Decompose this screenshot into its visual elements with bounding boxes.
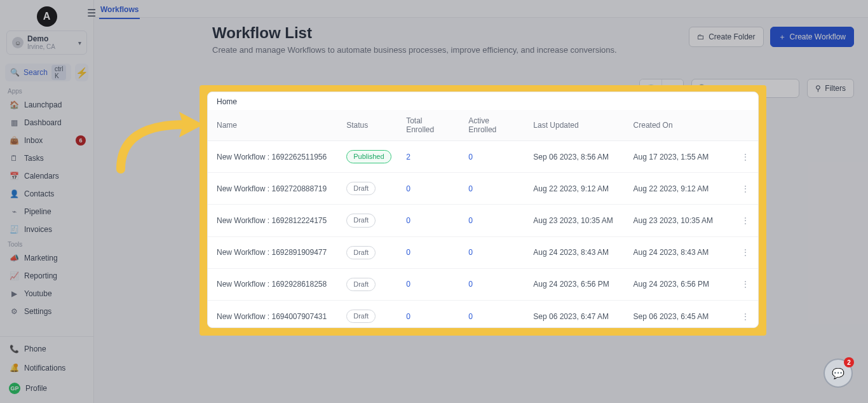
page-subtitle: Create and manage Workflows to automate … <box>212 44 617 56</box>
col-status[interactable]: Status <box>337 110 397 141</box>
org-avatar[interactable]: A <box>37 6 57 27</box>
cell-total-enrolled[interactable]: 0 <box>397 268 459 300</box>
sidebar-item-tasks[interactable]: 🗒Tasks <box>0 149 93 167</box>
sidebar-item-calendars[interactable]: 📅Calendars <box>0 167 93 185</box>
sidebar-item-contacts[interactable]: 👤Contacts <box>0 185 93 203</box>
cell-total-enrolled[interactable]: 0 <box>397 300 459 328</box>
sidebar-item-launchpad[interactable]: 🏠Launchpad <box>0 96 93 114</box>
sidebar-item-inbox[interactable]: 👜Inbox6 <box>0 132 93 149</box>
tab-workflows[interactable]: Workflows <box>99 3 140 17</box>
table-row[interactable]: New Workflow : 1692891909477Draft00Aug 2… <box>208 236 758 268</box>
create-workflow-button[interactable]: ＋ Create Workflow <box>770 27 854 47</box>
sidebar-item-label: Notifications <box>24 364 65 372</box>
cell-status: Draft <box>337 268 397 300</box>
cell-name[interactable]: New Workflow : 1692262511956 <box>208 141 337 173</box>
settings-icon: ⚙ <box>9 307 19 316</box>
filters-button[interactable]: ⚲ Filters <box>807 79 854 98</box>
cell-status: Draft <box>337 205 397 236</box>
dashboard-icon: ▦ <box>9 118 19 127</box>
sidebar-item-label: Invoices <box>24 225 52 234</box>
sidebar-item-phone[interactable]: 📞 Phone <box>0 339 93 359</box>
bolt-icon: ⚡ <box>76 67 88 79</box>
kebab-icon: ⋮ <box>742 312 749 321</box>
cell-created-on: Aug 24 2023, 6:56 PM <box>625 268 733 300</box>
sidebar-item-label: Settings <box>24 307 51 316</box>
cell-total-enrolled[interactable]: 0 <box>397 236 459 268</box>
col-last-updated[interactable]: Last Updated <box>524 110 624 141</box>
sidebar-item-label: Calendars <box>24 172 59 181</box>
kebab-icon: ⋮ <box>742 280 749 289</box>
sidebar-item-label: Dashboard <box>24 118 62 127</box>
sidebar-item-label: Profile <box>25 384 47 393</box>
col-created-on[interactable]: Created On <box>625 110 733 141</box>
sidebar-item-reporting[interactable]: 📈Reporting <box>0 267 93 285</box>
sidebar-item-invoices[interactable]: 🧾Invoices <box>0 221 93 238</box>
profile-avatar: GP <box>9 383 20 394</box>
row-actions-button[interactable]: ⋮ <box>732 141 758 173</box>
row-actions-button[interactable]: ⋮ <box>732 205 758 236</box>
kebab-icon: ⋮ <box>742 153 749 161</box>
page-title: Workflow List <box>212 24 617 42</box>
sidebar-item-notifications[interactable]: 🔔 Notifications <box>0 359 93 378</box>
row-actions-button[interactable]: ⋮ <box>732 173 758 205</box>
cell-name[interactable]: New Workflow : 1692812224175 <box>208 205 337 236</box>
section-tools-label: Tools <box>0 238 93 249</box>
cell-total-enrolled[interactable]: 0 <box>397 173 459 205</box>
sidebar-item-label: Reporting <box>24 271 57 280</box>
table-row[interactable]: New Workflow : 1692928618258Draft00Aug 2… <box>208 268 758 300</box>
cell-last-updated: Aug 24 2023, 6:56 PM <box>524 268 624 300</box>
sidebar-item-settings[interactable]: ⚙Settings <box>0 303 93 320</box>
table-row[interactable]: New Workflow : 1692812224175Draft00Aug 2… <box>208 205 758 236</box>
status-badge: Draft <box>346 182 376 195</box>
plus-icon: ＋ <box>778 32 786 43</box>
table-row[interactable]: New Workflow : 1692262511956Published20S… <box>208 141 758 173</box>
person-icon: ☺ <box>12 37 24 48</box>
org-name: Demo <box>27 35 74 43</box>
table-row[interactable]: New Workflow : 1692720888719Draft00Aug 2… <box>208 173 758 205</box>
cell-name[interactable]: New Workflow : 1692720888719 <box>208 173 337 205</box>
reporting-icon: 📈 <box>9 271 19 280</box>
create-folder-button[interactable]: 🗀 Create Folder <box>689 27 763 47</box>
cell-total-enrolled[interactable]: 2 <box>397 141 459 173</box>
sidebar-item-dashboard[interactable]: ▦Dashboard <box>0 114 93 132</box>
button-label: Create Workflow <box>790 32 846 41</box>
row-actions-button[interactable]: ⋮ <box>732 268 758 300</box>
cell-total-enrolled[interactable]: 0 <box>397 205 459 236</box>
marketing-icon: 📣 <box>9 254 19 263</box>
search-label: Search <box>24 68 48 77</box>
cell-active-enrolled[interactable]: 0 <box>459 141 524 173</box>
sidebar-item-pipeline[interactable]: ⌁Pipeline <box>0 203 93 221</box>
row-actions-button[interactable]: ⋮ <box>732 300 758 328</box>
quick-actions-button[interactable]: ⚡ <box>75 64 88 81</box>
table-row[interactable]: New Workflow : 1694007907431Draft00Sep 0… <box>208 300 758 328</box>
cell-active-enrolled[interactable]: 0 <box>459 268 524 300</box>
cell-name[interactable]: New Workflow : 1692891909477 <box>208 236 337 268</box>
sidebar: A ☺ Demo Irvine, CA ▾ 🔍 Search ctrl K ⚡ … <box>0 0 94 403</box>
sidebar-item-youtube[interactable]: ▶Youtube <box>0 285 93 303</box>
breadcrumb[interactable]: Home <box>208 92 758 110</box>
search-icon: 🔍 <box>10 68 20 77</box>
sidebar-item-label: Tasks <box>24 154 44 163</box>
cell-active-enrolled[interactable]: 0 <box>459 173 524 205</box>
chat-launcher[interactable]: 💬 2 <box>824 359 853 388</box>
sidebar-item-marketing[interactable]: 📣Marketing <box>0 249 93 267</box>
cell-active-enrolled[interactable]: 0 <box>459 205 524 236</box>
notification-dot <box>14 364 18 367</box>
global-search[interactable]: 🔍 Search ctrl K <box>5 64 71 81</box>
sidebar-item-profile[interactable]: GP Profile <box>0 378 93 399</box>
col-name[interactable]: Name <box>208 110 337 141</box>
org-switcher[interactable]: ☺ Demo Irvine, CA ▾ <box>6 31 87 55</box>
cell-name[interactable]: New Workflow : 1694007907431 <box>208 300 337 328</box>
cell-created-on: Aug 24 2023, 8:43 AM <box>625 236 733 268</box>
cell-status: Draft <box>337 173 397 205</box>
cell-created-on: Aug 22 2023, 9:12 AM <box>625 173 733 205</box>
sidebar-item-label: Launchpad <box>24 100 62 109</box>
cell-name[interactable]: New Workflow : 1692928618258 <box>208 268 337 300</box>
cell-active-enrolled[interactable]: 0 <box>459 236 524 268</box>
sidebar-bottom: 📞 Phone 🔔 Notifications GP Profile <box>0 336 93 403</box>
col-active-enrolled[interactable]: Active Enrolled <box>459 110 524 141</box>
sidebar-toggle[interactable]: ☰ <box>84 5 99 20</box>
cell-active-enrolled[interactable]: 0 <box>459 300 524 328</box>
col-total-enrolled[interactable]: Total Enrolled <box>397 110 459 141</box>
row-actions-button[interactable]: ⋮ <box>732 236 758 268</box>
